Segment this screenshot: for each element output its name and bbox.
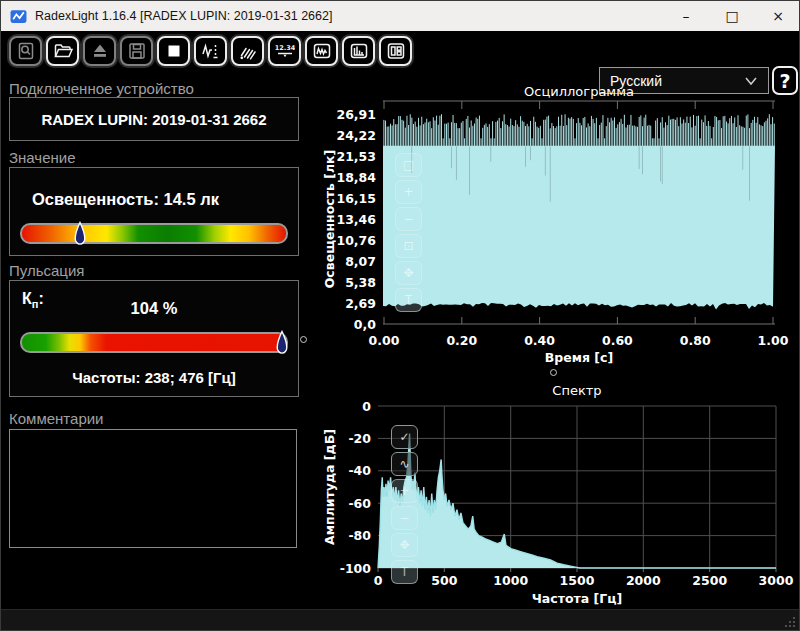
x-tick-label: 2500 [692, 573, 727, 588]
floppy-icon [127, 41, 147, 61]
y-tick-label: -100 [340, 561, 372, 576]
resize-grip-icon[interactable] [783, 615, 797, 629]
illuminance-marker[interactable] [74, 221, 86, 248]
title-bar[interactable]: RadexLight 1.16.4 [RADEX LUPIN: 2019-01-… [1, 1, 800, 31]
spectrum-zoom-toolbar: ✓ ∿ + − ✥ T [391, 425, 418, 584]
y-tick-label: 24,22 [336, 128, 376, 143]
measurement-settings-button[interactable] [194, 36, 227, 66]
close-button[interactable]: × [755, 1, 800, 31]
y-tick-label: 16,15 [336, 191, 376, 206]
chart-title: Осциллограмма [524, 84, 634, 99]
maximize-button[interactable]: □ [709, 1, 755, 31]
find-device-button[interactable] [9, 36, 42, 66]
frequencies-text: Частоты: 238; 476 [Гц] [10, 369, 298, 386]
spectrum-bars-icon [349, 41, 369, 61]
save-button[interactable] [120, 36, 153, 66]
pulse-markers-icon [201, 41, 221, 61]
oscillogram-chart: ОсциллограммаОсвещенность [лк]0,02,695,3… [319, 83, 796, 373]
x-tick-label: 0.60 [602, 333, 633, 348]
y-axis-label: Освещенность [лк] [322, 150, 337, 289]
eject-icon [90, 41, 110, 61]
layout-view-button[interactable] [379, 36, 412, 66]
comments-input[interactable] [9, 429, 297, 548]
device-box: RADEX LUPIN: 2019-01-31 2662 [9, 97, 299, 141]
svg-text:12.34: 12.34 [275, 44, 295, 52]
eject-button[interactable] [83, 36, 116, 66]
curve-icon[interactable]: ∿ [391, 452, 418, 476]
sensor-rays-button[interactable] [231, 36, 264, 66]
x-tick-label: 0.20 [446, 333, 477, 348]
oscillogram-zoom-toolbar: □ + − ⊡ ✥ T [395, 153, 422, 312]
x-tick-label: 0.40 [524, 333, 555, 348]
kp-value: 104 % [10, 299, 298, 318]
x-axis-label: Время [с] [545, 350, 613, 365]
oscillogram-icon [312, 41, 332, 61]
y-tick-label: -80 [348, 528, 371, 543]
device-section-label: Подключенное устройство [9, 80, 194, 97]
window-title: RadexLight 1.16.4 [RADEX LUPIN: 2019-01-… [35, 9, 332, 23]
pulsation-scale-bar [20, 332, 288, 353]
zoom-out-icon[interactable]: − [391, 506, 418, 530]
illuminance-scale-bar [20, 223, 288, 244]
y-tick-label: 0,0 [354, 317, 376, 332]
toolbar-buttons: 12.34 [9, 36, 412, 66]
x-tick-label: 3000 [759, 573, 794, 588]
x-tick-label: 2000 [626, 573, 661, 588]
device-name: RADEX LUPIN: 2019-01-31 2662 [41, 111, 266, 128]
stop-button[interactable] [157, 36, 190, 66]
x-tick-label: 1500 [560, 573, 595, 588]
check-icon[interactable]: ✓ [391, 425, 418, 449]
horizontal-splitter-handle[interactable] [550, 369, 557, 376]
text-tool-icon[interactable]: T [395, 288, 422, 312]
oscillogram-view-button[interactable] [305, 36, 338, 66]
x-tick-label: 500 [431, 573, 457, 588]
pan-icon[interactable]: ✥ [391, 533, 418, 557]
y-tick-label: -60 [348, 496, 371, 511]
vertical-splitter-handle[interactable] [300, 336, 307, 343]
y-tick-label: -20 [348, 431, 371, 446]
illuminance-reading: Освещенность: 14.5 лк [32, 190, 219, 209]
y-tick-label: -40 [348, 463, 371, 478]
x-tick-label: 1.00 [758, 333, 789, 348]
text-tool-icon[interactable]: T [391, 560, 418, 584]
y-tick-label: 5,38 [345, 275, 376, 290]
zoom-in-icon[interactable]: + [395, 180, 422, 204]
magnifier-icon [16, 41, 36, 61]
stop-square-icon [164, 41, 184, 61]
y-tick-label: 21,53 [336, 149, 376, 164]
chart-title: Спектр [552, 383, 601, 398]
zoom-box-icon[interactable]: □ [395, 153, 422, 177]
light-rays-icon [238, 41, 258, 61]
y-tick-label: 13,46 [336, 212, 376, 227]
value-section-label: Значение [9, 149, 76, 166]
x-axis-label: Частота [Гц] [532, 591, 622, 606]
spectrum-view-button[interactable] [342, 36, 375, 66]
zoom-out-icon[interactable]: − [395, 207, 422, 231]
pulsation-box: Кп: 104 % Частоты: 238; 476 [Гц] [9, 280, 299, 397]
y-tick-label: 0 [362, 399, 371, 414]
layout-icon [386, 41, 406, 61]
y-tick-label: 2,69 [345, 296, 376, 311]
open-file-button[interactable] [46, 36, 79, 66]
pan-icon[interactable]: ✥ [395, 261, 422, 285]
status-bar [1, 609, 800, 631]
digital-display-button[interactable]: 12.34 [268, 36, 301, 66]
x-tick-label: 1000 [493, 573, 528, 588]
minimize-button[interactable]: – [663, 1, 709, 31]
x-tick-label: 0.80 [680, 333, 711, 348]
pulsation-section-label: Пульсация [9, 262, 84, 279]
y-axis-label: Амплитуда [дБ] [322, 429, 337, 545]
toolbar: 12.34 [1, 31, 800, 71]
x-tick-label: 0.00 [369, 333, 400, 348]
zoom-reset-icon[interactable]: ⊡ [395, 234, 422, 258]
x-tick-label: 0 [374, 573, 383, 588]
zoom-in-icon[interactable]: + [391, 479, 418, 503]
y-tick-label: 8,07 [345, 254, 376, 269]
y-tick-label: 10,76 [336, 233, 376, 248]
y-tick-label: 18,84 [336, 170, 376, 185]
app-window: RadexLight 1.16.4 [RADEX LUPIN: 2019-01-… [0, 0, 800, 631]
y-tick-label: 26,91 [336, 107, 376, 122]
pulsation-marker[interactable] [276, 330, 288, 357]
app-icon [10, 8, 27, 25]
digits-display-icon: 12.34 [275, 41, 295, 61]
